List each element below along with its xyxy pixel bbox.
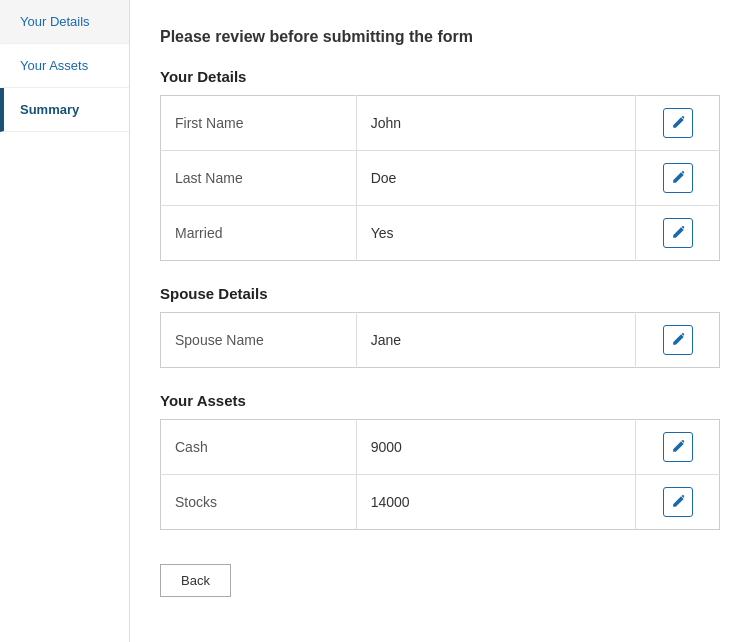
back-button[interactable]: Back	[160, 564, 231, 597]
sidebar-item-your-details[interactable]: Your Details	[0, 0, 129, 44]
field-value: Jane	[356, 313, 636, 368]
edit-spouse-name-button[interactable]	[663, 325, 693, 355]
sidebar-item-label: Your Details	[20, 14, 90, 29]
edit-icon	[671, 226, 685, 240]
your-details-table: First Name John Last Name Doe	[160, 95, 720, 261]
edit-cell	[636, 206, 720, 261]
edit-icon	[671, 333, 685, 347]
field-value: Yes	[356, 206, 636, 261]
page-heading: Please review before submitting the form	[160, 28, 720, 46]
table-row: Spouse Name Jane	[161, 313, 720, 368]
main-content: Please review before submitting the form…	[130, 0, 750, 642]
field-label: Cash	[161, 420, 357, 475]
field-label: Married	[161, 206, 357, 261]
table-row: First Name John	[161, 96, 720, 151]
field-value: 14000	[356, 475, 636, 530]
field-label: Last Name	[161, 151, 357, 206]
table-row: Cash 9000	[161, 420, 720, 475]
spouse-details-section-title: Spouse Details	[160, 285, 720, 302]
spouse-details-table: Spouse Name Jane	[160, 312, 720, 368]
your-assets-section-title: Your Assets	[160, 392, 720, 409]
edit-stocks-button[interactable]	[663, 487, 693, 517]
field-label: Spouse Name	[161, 313, 357, 368]
table-row: Last Name Doe	[161, 151, 720, 206]
edit-cell	[636, 313, 720, 368]
table-row: Stocks 14000	[161, 475, 720, 530]
edit-cell	[636, 420, 720, 475]
field-value: 9000	[356, 420, 636, 475]
field-label: First Name	[161, 96, 357, 151]
field-value: Doe	[356, 151, 636, 206]
edit-icon	[671, 116, 685, 130]
sidebar-item-your-assets[interactable]: Your Assets	[0, 44, 129, 88]
edit-married-button[interactable]	[663, 218, 693, 248]
edit-cell	[636, 151, 720, 206]
edit-cell	[636, 475, 720, 530]
edit-cash-button[interactable]	[663, 432, 693, 462]
edit-icon	[671, 440, 685, 454]
edit-cell	[636, 96, 720, 151]
sidebar-item-label: Summary	[20, 102, 79, 117]
edit-first-name-button[interactable]	[663, 108, 693, 138]
your-assets-table: Cash 9000 Stocks 14000	[160, 419, 720, 530]
field-value: John	[356, 96, 636, 151]
sidebar-item-label: Your Assets	[20, 58, 88, 73]
field-label: Stocks	[161, 475, 357, 530]
table-row: Married Yes	[161, 206, 720, 261]
sidebar-item-summary[interactable]: Summary	[0, 88, 129, 132]
your-details-section-title: Your Details	[160, 68, 720, 85]
edit-icon	[671, 495, 685, 509]
edit-last-name-button[interactable]	[663, 163, 693, 193]
sidebar: Your Details Your Assets Summary	[0, 0, 130, 642]
edit-icon	[671, 171, 685, 185]
